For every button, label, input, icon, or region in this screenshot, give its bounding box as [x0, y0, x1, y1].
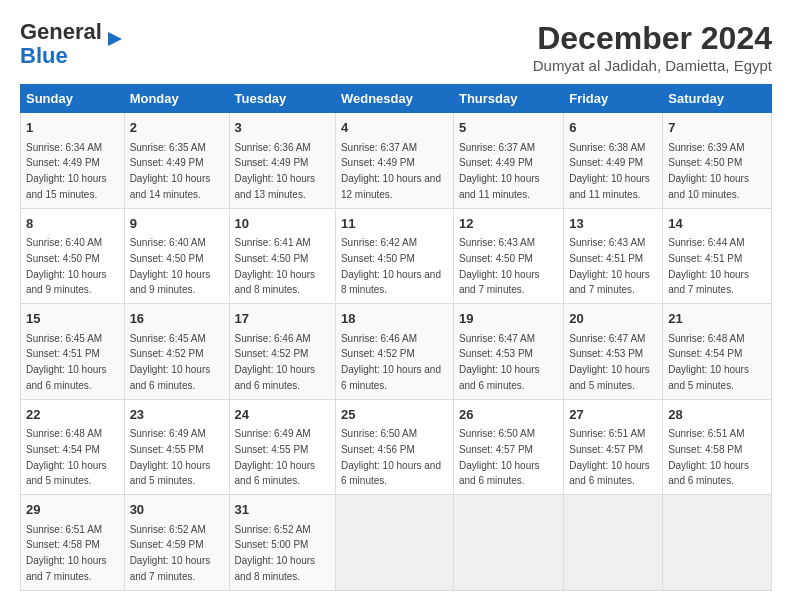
- day-info: Sunrise: 6:51 AMSunset: 4:57 PMDaylight:…: [569, 428, 650, 486]
- day-info: Sunrise: 6:45 AMSunset: 4:51 PMDaylight:…: [26, 333, 107, 391]
- day-number: 13: [569, 214, 657, 234]
- col-friday: Friday: [564, 85, 663, 113]
- logo-text: General Blue: [20, 20, 102, 68]
- day-info: Sunrise: 6:46 AMSunset: 4:52 PMDaylight:…: [235, 333, 316, 391]
- day-info: Sunrise: 6:43 AMSunset: 4:50 PMDaylight:…: [459, 237, 540, 295]
- day-info: Sunrise: 6:35 AMSunset: 4:49 PMDaylight:…: [130, 142, 211, 200]
- calendar-cell: 18Sunrise: 6:46 AMSunset: 4:52 PMDayligh…: [335, 304, 453, 400]
- calendar-cell: 14Sunrise: 6:44 AMSunset: 4:51 PMDayligh…: [663, 208, 772, 304]
- day-info: Sunrise: 6:50 AMSunset: 4:57 PMDaylight:…: [459, 428, 540, 486]
- day-number: 15: [26, 309, 119, 329]
- day-number: 18: [341, 309, 448, 329]
- day-info: Sunrise: 6:34 AMSunset: 4:49 PMDaylight:…: [26, 142, 107, 200]
- calendar-cell: 5Sunrise: 6:37 AMSunset: 4:49 PMDaylight…: [453, 113, 563, 209]
- day-number: 1: [26, 118, 119, 138]
- day-info: Sunrise: 6:47 AMSunset: 4:53 PMDaylight:…: [459, 333, 540, 391]
- calendar-row: 8Sunrise: 6:40 AMSunset: 4:50 PMDaylight…: [21, 208, 772, 304]
- day-info: Sunrise: 6:41 AMSunset: 4:50 PMDaylight:…: [235, 237, 316, 295]
- calendar-cell: 27Sunrise: 6:51 AMSunset: 4:57 PMDayligh…: [564, 399, 663, 495]
- day-info: Sunrise: 6:42 AMSunset: 4:50 PMDaylight:…: [341, 237, 441, 295]
- day-number: 4: [341, 118, 448, 138]
- calendar-row: 1Sunrise: 6:34 AMSunset: 4:49 PMDaylight…: [21, 113, 772, 209]
- calendar-cell: 26Sunrise: 6:50 AMSunset: 4:57 PMDayligh…: [453, 399, 563, 495]
- day-number: 25: [341, 405, 448, 425]
- col-sunday: Sunday: [21, 85, 125, 113]
- calendar-row: 29Sunrise: 6:51 AMSunset: 4:58 PMDayligh…: [21, 495, 772, 591]
- calendar-cell: 7Sunrise: 6:39 AMSunset: 4:50 PMDaylight…: [663, 113, 772, 209]
- day-number: 29: [26, 500, 119, 520]
- calendar-cell: 30Sunrise: 6:52 AMSunset: 4:59 PMDayligh…: [124, 495, 229, 591]
- day-number: 3: [235, 118, 330, 138]
- day-info: Sunrise: 6:49 AMSunset: 4:55 PMDaylight:…: [235, 428, 316, 486]
- day-number: 22: [26, 405, 119, 425]
- day-info: Sunrise: 6:36 AMSunset: 4:49 PMDaylight:…: [235, 142, 316, 200]
- calendar-cell: [564, 495, 663, 591]
- day-info: Sunrise: 6:43 AMSunset: 4:51 PMDaylight:…: [569, 237, 650, 295]
- day-number: 26: [459, 405, 558, 425]
- day-number: 19: [459, 309, 558, 329]
- day-number: 31: [235, 500, 330, 520]
- calendar-cell: 29Sunrise: 6:51 AMSunset: 4:58 PMDayligh…: [21, 495, 125, 591]
- day-info: Sunrise: 6:48 AMSunset: 4:54 PMDaylight:…: [26, 428, 107, 486]
- calendar-cell: [453, 495, 563, 591]
- day-number: 20: [569, 309, 657, 329]
- calendar-cell: 6Sunrise: 6:38 AMSunset: 4:49 PMDaylight…: [564, 113, 663, 209]
- day-number: 30: [130, 500, 224, 520]
- calendar-cell: 23Sunrise: 6:49 AMSunset: 4:55 PMDayligh…: [124, 399, 229, 495]
- page-subtitle: Dumyat al Jadidah, Damietta, Egypt: [533, 57, 772, 74]
- day-info: Sunrise: 6:40 AMSunset: 4:50 PMDaylight:…: [26, 237, 107, 295]
- day-info: Sunrise: 6:51 AMSunset: 4:58 PMDaylight:…: [26, 524, 107, 582]
- page-title: December 2024: [533, 20, 772, 57]
- calendar-row: 15Sunrise: 6:45 AMSunset: 4:51 PMDayligh…: [21, 304, 772, 400]
- calendar-cell: 10Sunrise: 6:41 AMSunset: 4:50 PMDayligh…: [229, 208, 335, 304]
- day-info: Sunrise: 6:51 AMSunset: 4:58 PMDaylight:…: [668, 428, 749, 486]
- calendar-row: 22Sunrise: 6:48 AMSunset: 4:54 PMDayligh…: [21, 399, 772, 495]
- day-number: 2: [130, 118, 224, 138]
- calendar-cell: 22Sunrise: 6:48 AMSunset: 4:54 PMDayligh…: [21, 399, 125, 495]
- calendar-cell: 4Sunrise: 6:37 AMSunset: 4:49 PMDaylight…: [335, 113, 453, 209]
- svg-marker-0: [108, 32, 122, 46]
- calendar-cell: 19Sunrise: 6:47 AMSunset: 4:53 PMDayligh…: [453, 304, 563, 400]
- day-info: Sunrise: 6:37 AMSunset: 4:49 PMDaylight:…: [459, 142, 540, 200]
- logo-line1: General: [20, 19, 102, 44]
- calendar-cell: 12Sunrise: 6:43 AMSunset: 4:50 PMDayligh…: [453, 208, 563, 304]
- day-number: 6: [569, 118, 657, 138]
- day-number: 17: [235, 309, 330, 329]
- day-number: 7: [668, 118, 766, 138]
- calendar-cell: 8Sunrise: 6:40 AMSunset: 4:50 PMDaylight…: [21, 208, 125, 304]
- day-info: Sunrise: 6:49 AMSunset: 4:55 PMDaylight:…: [130, 428, 211, 486]
- day-number: 27: [569, 405, 657, 425]
- day-info: Sunrise: 6:45 AMSunset: 4:52 PMDaylight:…: [130, 333, 211, 391]
- col-thursday: Thursday: [453, 85, 563, 113]
- calendar-cell: 3Sunrise: 6:36 AMSunset: 4:49 PMDaylight…: [229, 113, 335, 209]
- logo-line2: Blue: [20, 43, 68, 68]
- header-row: Sunday Monday Tuesday Wednesday Thursday…: [21, 85, 772, 113]
- calendar-cell: 13Sunrise: 6:43 AMSunset: 4:51 PMDayligh…: [564, 208, 663, 304]
- page-header: General Blue December 2024 Dumyat al Jad…: [20, 20, 772, 74]
- day-info: Sunrise: 6:37 AMSunset: 4:49 PMDaylight:…: [341, 142, 441, 200]
- logo-arrow-icon: [104, 28, 126, 50]
- day-number: 21: [668, 309, 766, 329]
- col-monday: Monday: [124, 85, 229, 113]
- calendar-cell: 11Sunrise: 6:42 AMSunset: 4:50 PMDayligh…: [335, 208, 453, 304]
- col-tuesday: Tuesday: [229, 85, 335, 113]
- logo: General Blue: [20, 20, 126, 68]
- day-info: Sunrise: 6:39 AMSunset: 4:50 PMDaylight:…: [668, 142, 749, 200]
- calendar-cell: 20Sunrise: 6:47 AMSunset: 4:53 PMDayligh…: [564, 304, 663, 400]
- day-number: 23: [130, 405, 224, 425]
- calendar-cell: 28Sunrise: 6:51 AMSunset: 4:58 PMDayligh…: [663, 399, 772, 495]
- day-info: Sunrise: 6:46 AMSunset: 4:52 PMDaylight:…: [341, 333, 441, 391]
- day-info: Sunrise: 6:38 AMSunset: 4:49 PMDaylight:…: [569, 142, 650, 200]
- calendar-cell: [335, 495, 453, 591]
- title-block: December 2024 Dumyat al Jadidah, Damiett…: [533, 20, 772, 74]
- calendar-cell: 25Sunrise: 6:50 AMSunset: 4:56 PMDayligh…: [335, 399, 453, 495]
- day-number: 5: [459, 118, 558, 138]
- calendar-cell: 24Sunrise: 6:49 AMSunset: 4:55 PMDayligh…: [229, 399, 335, 495]
- day-number: 28: [668, 405, 766, 425]
- col-wednesday: Wednesday: [335, 85, 453, 113]
- day-info: Sunrise: 6:52 AMSunset: 5:00 PMDaylight:…: [235, 524, 316, 582]
- day-number: 14: [668, 214, 766, 234]
- day-number: 12: [459, 214, 558, 234]
- day-number: 24: [235, 405, 330, 425]
- day-info: Sunrise: 6:48 AMSunset: 4:54 PMDaylight:…: [668, 333, 749, 391]
